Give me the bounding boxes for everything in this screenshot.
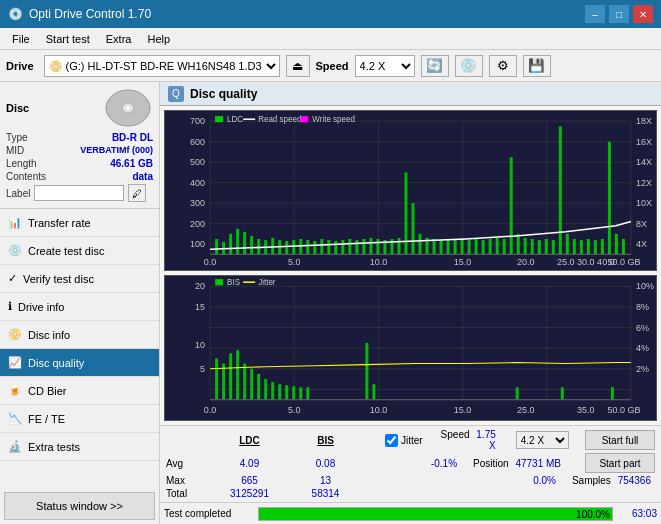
svg-text:10: 10 [195,340,205,350]
nav-items: 📊 Transfer rate 💿 Create test disc ✓ Ver… [0,209,159,488]
label-edit-button[interactable]: 🖊 [128,184,146,202]
save-button[interactable]: 💾 [523,55,551,77]
svg-rect-59 [348,239,351,254]
disc-button[interactable]: 💿 [455,55,483,77]
svg-rect-40 [215,239,218,254]
svg-rect-92 [580,240,583,254]
nav-cd-bier-label: CD Bier [28,385,67,397]
titlebar: 💿 Opti Drive Control 1.70 – □ ✕ [0,0,661,28]
total-label: Total [166,488,201,499]
pos-value: 47731 MB [515,458,561,469]
type-label: Type [6,132,28,143]
bis-header: BIS [298,435,353,446]
drive-select[interactable]: 📀 (G:) HL-DT-ST BD-RE WH16NS48 1.D3 [44,55,280,77]
nav-transfer-rate[interactable]: 📊 Transfer rate [0,209,159,237]
ldc-chart: 700 600 500 400 300 200 100 18X 16X 14X … [164,110,657,271]
nav-cd-bier[interactable]: 🍺 CD Bier [0,377,159,405]
max-bis: 13 [298,475,353,486]
svg-rect-98 [622,239,625,254]
svg-text:BIS: BIS [227,278,240,287]
type-value: BD-R DL [112,132,153,143]
svg-rect-44 [243,232,246,255]
settings-button[interactable]: ⚙ [489,55,517,77]
mid-label: MID [6,145,24,156]
nav-disc-quality[interactable]: 📈 Disc quality [0,349,159,377]
menu-extra[interactable]: Extra [98,31,140,47]
sidebar: Disc Type BD-R DL MID VERBATIMf (000) [0,82,160,524]
close-button[interactable]: ✕ [633,5,653,23]
nav-create-test-disc-label: Create test disc [28,245,104,257]
nav-drive-info[interactable]: ℹ Drive info [0,293,159,321]
menu-file[interactable]: File [4,31,38,47]
nav-create-test-disc[interactable]: 💿 Create test disc [0,237,159,265]
content-area: Q Disc quality [160,82,661,524]
nav-disc-quality-label: Disc quality [28,357,84,369]
svg-text:10X: 10X [636,198,652,208]
speed-dropdown[interactable]: 4.2 X [516,431,569,449]
svg-rect-88 [552,240,555,254]
svg-text:5: 5 [200,363,205,373]
speed-select[interactable]: 4.2 X [355,55,415,77]
nav-disc-info[interactable]: 📀 Disc info [0,321,159,349]
contents-label: Contents [6,171,46,182]
disc-image [103,88,153,128]
quality-icon: Q [168,86,184,102]
svg-text:500: 500 [190,157,205,167]
speed-value: 1.75 X [476,429,495,451]
maximize-button[interactable]: □ [609,5,629,23]
disc-type-row: Type BD-R DL [6,132,153,143]
start-full-button[interactable]: Start full [585,430,655,450]
eject-button[interactable]: ⏏ [286,55,310,77]
jitter-label: Jitter [401,435,423,446]
svg-point-2 [126,106,130,110]
svg-rect-80 [496,238,499,254]
ldc-header: LDC [217,435,282,446]
svg-rect-89 [559,126,562,254]
avg-ldc: 4.09 [217,458,282,469]
start-buttons: Start full [585,430,655,450]
svg-rect-81 [503,239,506,254]
fe-te-icon: 📉 [8,412,22,425]
samples-label: Samples [572,475,611,486]
contents-value: data [132,171,153,182]
svg-rect-74 [454,240,457,254]
svg-rect-141 [257,374,260,400]
nav-fe-te[interactable]: 📉 FE / TE [0,405,159,433]
svg-text:Write speed: Write speed [312,115,355,124]
svg-text:4%: 4% [636,343,649,353]
label-label: Label [6,188,30,199]
svg-text:8X: 8X [636,219,647,229]
svg-text:5.0: 5.0 [288,405,301,415]
disc-contents-row: Contents data [6,171,153,182]
svg-rect-57 [334,241,337,254]
extra-tests-icon: 🔬 [8,440,22,453]
jitter-checkbox[interactable] [385,434,398,447]
svg-rect-51 [292,240,295,254]
svg-rect-78 [482,240,485,254]
svg-rect-99 [215,116,223,122]
minimize-button[interactable]: – [585,5,605,23]
stats-header-row: LDC BIS Jitter Speed 1.75 X 4.2 X Start … [166,429,655,451]
svg-rect-136 [222,363,225,399]
svg-rect-50 [285,241,288,254]
svg-text:18X: 18X [636,116,652,126]
menu-start-test[interactable]: Start test [38,31,98,47]
svg-rect-63 [376,239,379,254]
svg-rect-97 [615,234,618,254]
start-part-button[interactable]: Start part [585,453,655,473]
svg-text:2%: 2% [636,363,649,373]
nav-extra-tests[interactable]: 🔬 Extra tests [0,433,159,461]
drive-label: Drive [6,60,34,72]
nav-transfer-rate-label: Transfer rate [28,217,91,229]
disc-fields: Type BD-R DL MID VERBATIMf (000) Length … [6,132,153,202]
refresh-button[interactable]: 🔄 [421,55,449,77]
svg-rect-93 [587,239,590,254]
ldc-chart-svg: 700 600 500 400 300 200 100 18X 16X 14X … [165,111,656,270]
status-window-button[interactable]: Status window >> [4,492,155,520]
svg-rect-58 [341,240,344,254]
svg-rect-43 [236,229,239,255]
menu-help[interactable]: Help [139,31,178,47]
nav-verify-test-disc[interactable]: ✓ Verify test disc [0,265,159,293]
label-input[interactable] [34,185,124,201]
svg-text:6%: 6% [636,322,649,332]
